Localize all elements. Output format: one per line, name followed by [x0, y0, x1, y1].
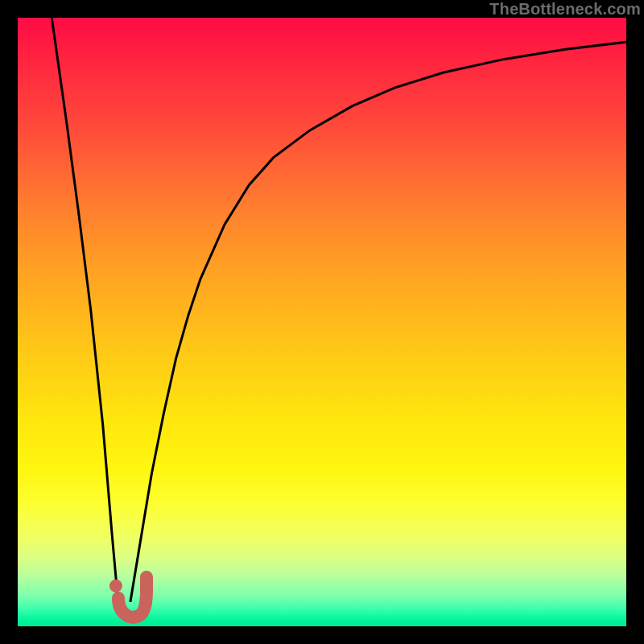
- chart-frame: TheBottleneck.com: [0, 0, 644, 644]
- bottleneck-curve-right: [130, 42, 626, 602]
- watermark-text: TheBottleneck.com: [489, 0, 641, 19]
- bottleneck-curve-left: [52, 18, 118, 602]
- marker-dot: [109, 580, 122, 592]
- curve-layer: [18, 18, 626, 626]
